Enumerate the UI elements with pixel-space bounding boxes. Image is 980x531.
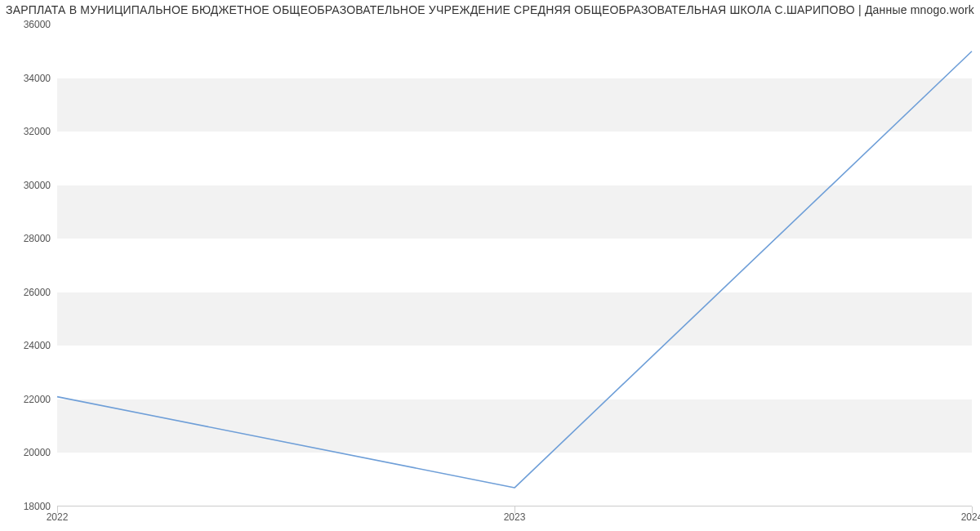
y-tick-label: 26000 bbox=[24, 287, 57, 298]
chart-container: ЗАРПЛАТА В МУНИЦИПАЛЬНОЕ БЮДЖЕТНОЕ ОБЩЕО… bbox=[0, 0, 980, 531]
y-tick-label: 20000 bbox=[24, 447, 57, 458]
y-tick-label: 22000 bbox=[24, 394, 57, 405]
plot-area: 1800020000220002400026000280003000032000… bbox=[57, 25, 972, 506]
chart-title: ЗАРПЛАТА В МУНИЦИПАЛЬНОЕ БЮДЖЕТНОЕ ОБЩЕО… bbox=[0, 3, 980, 16]
y-tick-label: 30000 bbox=[24, 180, 57, 191]
y-tick-label: 28000 bbox=[24, 233, 57, 244]
x-tick-label: 2022 bbox=[47, 506, 69, 523]
line-layer bbox=[57, 25, 972, 506]
y-tick-label: 36000 bbox=[24, 19, 57, 30]
series-line bbox=[57, 51, 972, 488]
x-tick-label: 2023 bbox=[504, 506, 526, 523]
x-tick-label: 2024 bbox=[961, 506, 980, 523]
y-tick-label: 34000 bbox=[24, 73, 57, 84]
y-tick-label: 32000 bbox=[24, 126, 57, 137]
y-tick-label: 24000 bbox=[24, 340, 57, 351]
